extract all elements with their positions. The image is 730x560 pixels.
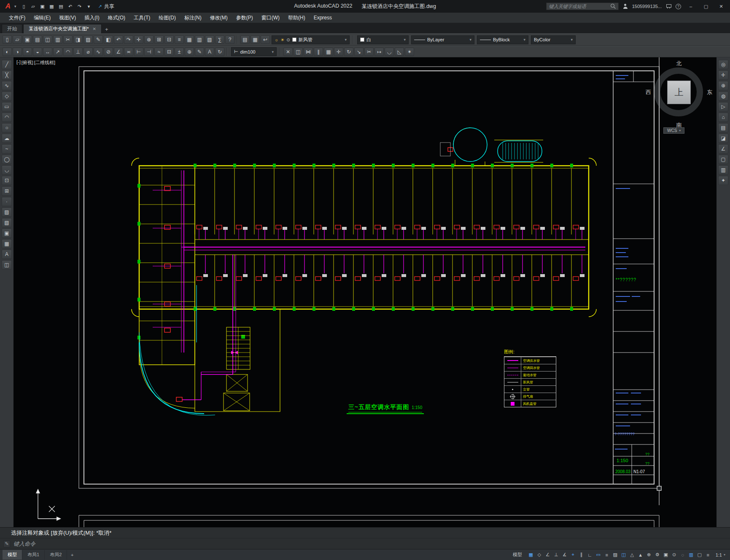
layout-tab[interactable]: 布局2 [45,550,67,560]
revcloud-icon[interactable]: ☁ [2,134,12,143]
infer-constraints-icon[interactable]: ∠ [544,551,552,559]
view-menu[interactable]: [俯视] [22,59,33,66]
dimstyle-dropdown-arrow-icon[interactable]: ▾ [272,50,274,54]
layer-dropdown[interactable]: ☼ ☀ ⊙ 新风管 ▾ [272,35,350,44]
plotstyle-dropdown[interactable]: ByColor ▾ [531,35,576,44]
lineweight-display-icon[interactable]: ≡ [603,551,611,559]
dynamic-ucs-icon[interactable]: ∟ [586,551,594,559]
steering-wheel-icon[interactable]: ◎ [718,60,728,69]
gradient-icon[interactable]: ▧ [2,218,12,227]
clean-screen-icon[interactable]: ▢ [695,551,704,559]
showmotion-icon[interactable]: ▷ [718,102,728,111]
tab-close-icon[interactable]: ✕ [92,27,96,31]
trim-icon[interactable]: ✂ [364,48,374,56]
color-dropdown-arrow-icon[interactable]: ▾ [404,38,406,42]
autoscale-icon[interactable]: ▲ [636,551,645,559]
app-menu-arrow-icon[interactable]: ▾ [14,4,16,8]
help-icon[interactable]: ? [676,4,681,9]
zoom-realtime-icon[interactable]: ⊕ [144,35,154,44]
layer-dropdown-arrow-icon[interactable]: ▾ [345,38,347,42]
fillet-icon[interactable]: ◡ [385,48,394,56]
quickcalc-icon[interactable]: ∑ [215,35,224,44]
model-space-button[interactable]: 模型 [509,551,525,559]
orbit-icon[interactable]: ◍ [718,92,728,101]
menu-item[interactable]: 视图(V) [55,13,80,23]
properties-icon[interactable]: ≡ [175,35,184,44]
customization-icon[interactable]: ≡ [704,551,712,559]
dimension-break-icon[interactable]: ⊟ [164,48,174,56]
visual-style-menu[interactable]: [二维线框] [34,59,55,66]
display-settings-icon[interactable]: ▥ [718,165,728,175]
paste-icon[interactable]: ▨ [84,35,93,44]
plot-icon[interactable]: ▤ [57,3,65,10]
open-icon[interactable]: ▱ [13,35,22,44]
camera-icon[interactable]: ▢ [718,155,728,164]
layer-states-icon[interactable]: ▦ [251,35,260,44]
viewcube[interactable]: 北 西 东 南 上 WCS ▾ [648,60,716,136]
ordinate-dimension-icon[interactable]: ⊥ [73,48,83,56]
menu-item[interactable]: 参数(P) [232,13,257,23]
region-icon[interactable]: ▣ [2,229,12,238]
draworder-front-icon[interactable]: ◐ [3,48,12,56]
quick-properties-icon[interactable]: ▣ [662,551,670,559]
zoom-previous-icon[interactable]: ⊟ [164,35,174,44]
cut-icon[interactable]: ✂ [63,35,73,44]
insert-block-icon[interactable]: ⊡ [2,176,12,185]
viewcube-north[interactable]: 北 [648,60,710,67]
linetype-dropdown[interactable]: ByLayer ▾ [411,35,474,44]
arc-length-dimension-icon[interactable]: ◠ [63,48,73,56]
lineweight-dropdown[interactable]: ByBlock ▾ [477,35,528,44]
baseline-dimension-icon[interactable]: ⊢ [134,48,143,56]
dynamic-input-icon[interactable]: ▭ [594,551,603,559]
tool-palettes-icon[interactable]: ▥ [195,35,204,44]
section-plane-icon[interactable]: ◪ [718,134,728,143]
rectangle-icon[interactable]: ▭ [2,102,12,111]
lineweight-dropdown-arrow-icon[interactable]: ▾ [523,38,525,42]
make-block-icon[interactable]: ⊞ [2,186,12,196]
menu-item[interactable]: 帮助(H) [284,13,309,23]
linetype-dropdown-arrow-icon[interactable]: ▾ [469,38,471,42]
line-icon[interactable]: ╱ [2,60,12,69]
selection-cycling-icon[interactable]: ◫ [620,551,628,559]
menu-item[interactable]: 绘图(D) [155,13,180,23]
open-icon[interactable]: ▱ [29,3,38,10]
annotation-monitor-icon[interactable]: ⊕ [645,551,653,559]
offset-icon[interactable]: ∥ [314,48,323,56]
minimize-button[interactable]: – [685,2,696,11]
move-icon[interactable]: ✛ [334,48,343,56]
layer-properties-icon[interactable]: ▤ [240,35,250,44]
viewcube-west[interactable]: 西 [646,89,651,96]
aligned-dimension-icon[interactable]: ↗ [53,48,62,56]
customize-qat-icon[interactable]: ▾ [85,3,93,10]
polar-tracking-icon[interactable]: ∡ [560,551,569,559]
wcs-menu[interactable]: WCS ▾ [663,127,684,134]
undo-icon[interactable]: ↶ [114,35,123,44]
table-icon[interactable]: ▦ [2,239,12,248]
new-tab-button[interactable]: + [102,25,111,33]
redo-icon[interactable]: ↷ [124,35,133,44]
extend-icon[interactable]: ↦ [374,48,384,56]
erase-icon[interactable]: ✕ [283,48,293,56]
chamfer-icon[interactable]: ◺ [395,48,404,56]
layout-tab[interactable]: 模型 [3,550,22,560]
share-button[interactable]: ↗ 共享 [98,3,114,10]
menu-item[interactable]: 格式(O) [104,13,129,23]
draworder-back-icon[interactable]: ◑ [13,48,22,56]
jogged-dimension-icon[interactable]: ∿ [94,48,103,56]
continue-dimension-icon[interactable]: ⊣ [144,48,154,56]
ortho-icon[interactable]: ⊥ [552,551,560,559]
command-input-row[interactable]: ✎ 键入命令 [0,538,730,549]
measure-icon[interactable]: ∠ [718,144,728,153]
search-input[interactable]: 键入关键字或短语 [546,3,619,10]
account-icon[interactable] [623,4,628,9]
new-file-icon[interactable]: ▯ [20,3,28,10]
menu-item[interactable]: 工具(T) [130,13,154,23]
array-icon[interactable]: ▦ [324,48,333,56]
drawing-canvas[interactable]: [-] [俯视] [二维线框] 北 西 东 南 上 WCS ▾ 图例: [13,57,717,527]
viewcube-top-face[interactable]: 上 [667,81,691,104]
scale-icon[interactable]: ↘ [354,48,364,56]
dimension-space-icon[interactable]: ≈ [154,48,164,56]
lock-ui-icon[interactable]: ⊙ [670,551,679,559]
save-as-icon[interactable]: ▦ [48,3,56,10]
draworder-above-icon[interactable]: ◓ [23,48,32,56]
